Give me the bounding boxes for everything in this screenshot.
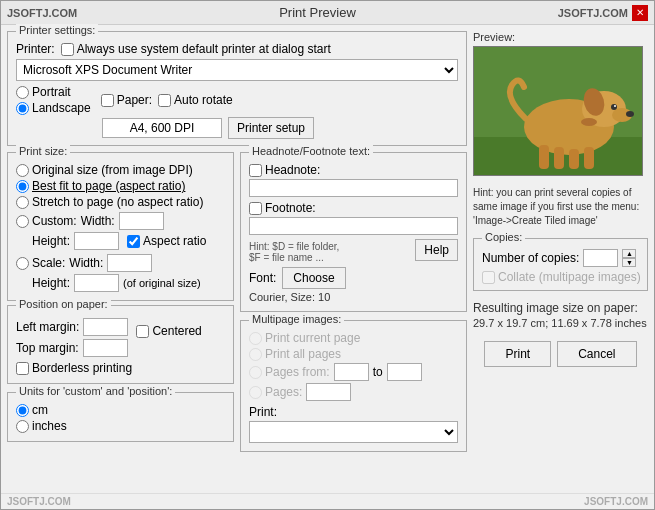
original-size-radio[interactable] [16, 164, 29, 177]
multipage-title: Multipage images: [249, 313, 344, 325]
spin-buttons: ▲ ▼ [622, 249, 636, 267]
pages-input[interactable] [306, 383, 351, 401]
svg-point-5 [626, 111, 634, 117]
copies-up-button[interactable]: ▲ [622, 249, 636, 258]
left-margin-row: Left margin: 0.00 [16, 318, 128, 336]
aspect-ratio-checkbox[interactable] [127, 235, 140, 248]
help-button[interactable]: Help [415, 239, 458, 261]
action-buttons: Print Cancel [473, 341, 648, 367]
headnote-option[interactable]: Headnote: [249, 163, 458, 177]
printer-setup-button[interactable]: Printer setup [228, 117, 314, 139]
stretch-option[interactable]: Stretch to page (no aspect ratio) [16, 195, 225, 209]
scale-width-input[interactable]: 0.60 [107, 254, 152, 272]
cancel-button[interactable]: Cancel [557, 341, 636, 367]
scale-option[interactable]: Scale: [16, 256, 65, 270]
headnote-title: Headnote/Footnote text: [249, 145, 373, 157]
hint-help-row: Hint: $D = file folder, $F = file name .… [249, 239, 458, 263]
portrait-option[interactable]: Portrait [16, 85, 91, 99]
original-size-option[interactable]: Original size (from image DPI) [16, 163, 225, 177]
printer-settings-section: Printer settings: Printer: Always use sy… [7, 31, 467, 146]
left-margin-input[interactable]: 0.00 [83, 318, 128, 336]
title-bar: JSOFTJ.COM Print Preview JSOFTJ.COM ✕ [1, 1, 654, 25]
stretch-radio[interactable] [16, 196, 29, 209]
headnote-checkbox[interactable] [249, 164, 262, 177]
print-select[interactable] [249, 421, 458, 443]
left-column: Print size: Original size (from image DP… [7, 152, 234, 487]
printer-select[interactable]: Microsoft XPS Document Writer [16, 59, 458, 81]
pages-from-option[interactable]: Pages from: [249, 365, 330, 379]
pages-option[interactable]: Pages: [249, 385, 302, 399]
top-margin-input[interactable]: 0.00 [83, 339, 128, 357]
auto-rotate-check2[interactable] [158, 94, 171, 107]
always-default-checkbox[interactable] [61, 43, 74, 56]
two-column-area: Print size: Original size (from image DP… [7, 152, 467, 487]
scale-radio[interactable] [16, 257, 29, 270]
headnote-input[interactable]: $D, . . [249, 179, 458, 197]
preview-svg [474, 47, 643, 176]
result-size: 29.7 x 19.7 cm; 11.69 x 7.78 inches [473, 317, 648, 329]
custom-height-input[interactable]: 21.00 [74, 232, 119, 250]
copies-down-button[interactable]: ▼ [622, 258, 636, 267]
print-button[interactable]: Print [484, 341, 551, 367]
pages-from-input[interactable] [334, 363, 369, 381]
cm-option[interactable]: cm [16, 403, 225, 417]
scale-height-row: Height: 0.60 (of original size) [16, 274, 225, 292]
print-all-option[interactable]: Print all pages [249, 347, 458, 361]
footnote-checkbox[interactable] [249, 202, 262, 215]
scale-option-row: Scale: Width: 0.60 [16, 254, 225, 272]
collate-option[interactable]: Collate (multipage images) [482, 270, 639, 284]
printer-row: Printer: Always use system default print… [16, 42, 458, 56]
custom-option[interactable]: Custom: [16, 214, 77, 228]
centered-option[interactable]: Centered [136, 324, 201, 338]
copies-section: Copies: Number of copies: 1 ▲ ▼ Collate … [473, 238, 648, 291]
pages-to-input[interactable] [387, 363, 422, 381]
scale-section: Scale: Width: 0.60 Height: 0.60 (of orig… [16, 254, 225, 292]
scale-height-input[interactable]: 0.60 [74, 274, 119, 292]
portrait-radio[interactable] [16, 86, 29, 99]
always-default-label[interactable]: Always use system default printer at dia… [61, 42, 331, 56]
print-size-title: Print size: [16, 145, 70, 157]
margin-inputs: Left margin: 0.00 Top margin: 0.00 [16, 318, 128, 357]
printer-select-row: Microsoft XPS Document Writer [16, 59, 458, 81]
best-fit-option[interactable]: Best fit to page (aspect ratio) [16, 179, 225, 193]
landscape-option[interactable]: Landscape [16, 101, 91, 115]
aspect-ratio-option[interactable]: Aspect ratio [127, 234, 206, 248]
hint-text: Hint: $D = file folder, $F = file name .… [249, 241, 339, 263]
inches-option[interactable]: inches [16, 419, 225, 433]
position-title: Position on paper: [16, 298, 111, 310]
svg-rect-11 [584, 147, 594, 169]
preview-section: Preview: [473, 31, 648, 176]
preview-image [473, 46, 643, 176]
landscape-radio[interactable] [16, 102, 29, 115]
choose-font-button[interactable]: Choose [282, 267, 345, 289]
hint-box: Hint: you can print several copies of sa… [473, 186, 648, 228]
paper-row: Paper: Auto rotate [101, 93, 458, 107]
margin-area: Left margin: 0.00 Top margin: 0.00 [16, 318, 225, 357]
cm-radio[interactable] [16, 404, 29, 417]
borderless-row: Borderless printing [16, 361, 225, 375]
units-section: Units for 'custom' and 'position': cm in… [7, 392, 234, 442]
print-current-option[interactable]: Print current page [249, 331, 458, 345]
font-row: Font: Choose [249, 267, 458, 289]
close-button[interactable]: ✕ [632, 5, 648, 21]
borderless-checkbox[interactable] [16, 362, 29, 375]
borderless-option[interactable]: Borderless printing [16, 361, 225, 375]
custom-width-input[interactable]: 16.23 [119, 212, 164, 230]
copies-input[interactable]: 1 [583, 249, 618, 267]
print-all-radio [249, 348, 262, 361]
custom-section: Custom: Width: 16.23 Height: 21.00 [16, 212, 225, 250]
print-preview-window: JSOFTJ.COM Print Preview JSOFTJ.COM ✕ Pr… [0, 0, 655, 510]
auto-rotate-label[interactable]: Paper: [101, 93, 152, 107]
svg-rect-12 [539, 145, 549, 169]
custom-radio[interactable] [16, 215, 29, 228]
best-fit-radio[interactable] [16, 180, 29, 193]
centered-checkbox[interactable] [136, 325, 149, 338]
auto-rotate-checkbox[interactable] [101, 94, 114, 107]
window-title: Print Preview [279, 5, 356, 20]
inches-radio[interactable] [16, 420, 29, 433]
auto-rotate-option[interactable]: Auto rotate [158, 93, 233, 107]
footnote-option[interactable]: Footnote: [249, 201, 458, 215]
headnote-row: Headnote: $D, . . [249, 163, 458, 197]
svg-point-7 [614, 105, 616, 107]
footnote-input[interactable]: $F (test: pp jj gg qq) $M [249, 217, 458, 235]
